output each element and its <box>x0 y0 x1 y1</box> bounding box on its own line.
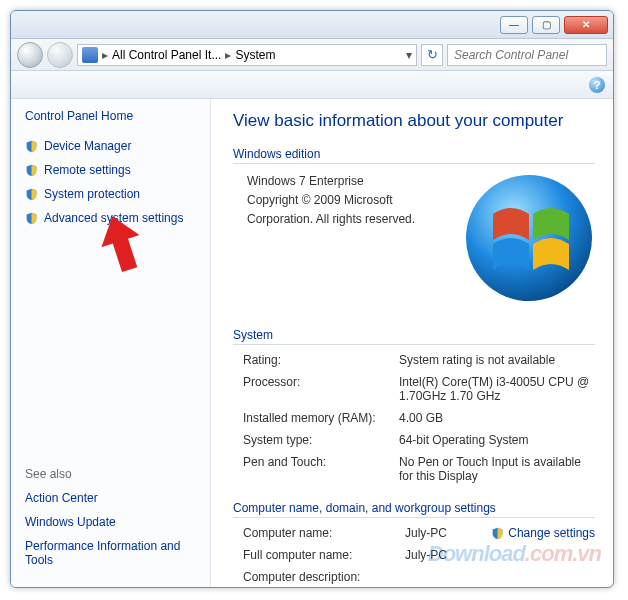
computer-description-value <box>405 570 485 584</box>
ram-value: 4.00 GB <box>399 411 595 425</box>
nav-back-button[interactable] <box>17 42 43 68</box>
change-settings-label: Change settings <box>508 526 595 540</box>
sidebar-item-label: Action Center <box>25 491 98 505</box>
rating-label: Rating: <box>243 353 393 367</box>
shield-icon <box>491 527 504 540</box>
full-computer-name-label: Full computer name: <box>243 548 399 562</box>
sidebar-link-remote-settings[interactable]: Remote settings <box>25 163 196 177</box>
shield-icon <box>25 212 38 225</box>
sidebar-item-label: System protection <box>44 187 140 201</box>
breadcrumb-dropdown-icon[interactable]: ▾ <box>406 48 412 62</box>
sidebar-link-system-protection[interactable]: System protection <box>25 187 196 201</box>
system-type-label: System type: <box>243 433 393 447</box>
sidebar-item-label: Windows Update <box>25 515 116 529</box>
address-bar: ▸ All Control Panel It... ▸ System ▾ ↻ <box>11 39 613 71</box>
toolbar: ? <box>11 71 613 99</box>
computer-name-label: Computer name: <box>243 526 399 540</box>
computer-name-value: July-PC <box>405 526 485 540</box>
windows-logo-icon <box>463 172 595 304</box>
control-panel-icon <box>82 47 98 63</box>
pen-touch-value: No Pen or Touch Input is available for t… <box>399 455 595 483</box>
system-type-value: 64-bit Operating System <box>399 433 595 447</box>
pen-touch-label: Pen and Touch: <box>243 455 393 483</box>
page-title: View basic information about your comput… <box>233 111 595 131</box>
see-also-windows-update[interactable]: Windows Update <box>25 515 196 529</box>
windows-copyright: Copyright © 2009 Microsoft Corporation. … <box>247 191 443 229</box>
sidebar-link-advanced-system-settings[interactable]: Advanced system settings <box>25 211 196 225</box>
body: Control Panel Home Device Manager Remote… <box>11 99 613 587</box>
windows-edition-heading: Windows edition <box>233 147 595 164</box>
processor-value: Intel(R) Core(TM) i3-4005U CPU @ 1.70GHz… <box>399 375 595 403</box>
minimize-button[interactable]: — <box>500 16 528 34</box>
breadcrumb-sep-icon: ▸ <box>102 48 108 62</box>
see-also-performance-info[interactable]: Performance Information and Tools <box>25 539 196 567</box>
see-also-action-center[interactable]: Action Center <box>25 491 196 505</box>
sidebar-item-label: Device Manager <box>44 139 131 153</box>
system-heading: System <box>233 328 595 345</box>
system-window: — ▢ ✕ ▸ All Control Panel It... ▸ System… <box>10 10 614 588</box>
breadcrumb[interactable]: ▸ All Control Panel It... ▸ System ▾ <box>77 44 417 66</box>
maximize-button[interactable]: ▢ <box>532 16 560 34</box>
sidebar: Control Panel Home Device Manager Remote… <box>11 99 211 587</box>
computer-settings-block: Computer name: July-PC Change settings F… <box>233 526 595 587</box>
sidebar-item-label: Remote settings <box>44 163 131 177</box>
control-panel-home-link[interactable]: Control Panel Home <box>25 109 196 123</box>
ram-label: Installed memory (RAM): <box>243 411 393 425</box>
nav-forward-button[interactable] <box>47 42 73 68</box>
windows-edition-text: Windows 7 Enterprise Copyright © 2009 Mi… <box>233 172 443 304</box>
refresh-button[interactable]: ↻ <box>421 44 443 66</box>
help-icon[interactable]: ? <box>589 77 605 93</box>
computer-description-label: Computer description: <box>243 570 399 584</box>
search-input[interactable] <box>447 44 607 66</box>
titlebar: — ▢ ✕ <box>11 11 613 39</box>
processor-label: Processor: <box>243 375 393 403</box>
breadcrumb-level2[interactable]: System <box>235 48 275 62</box>
system-properties: Rating: System rating is not available P… <box>233 353 595 483</box>
see-also-heading: See also <box>25 467 196 481</box>
sidebar-item-label: Advanced system settings <box>44 211 183 225</box>
shield-icon <box>25 164 38 177</box>
shield-icon <box>25 140 38 153</box>
windows-edition-block: Windows 7 Enterprise Copyright © 2009 Mi… <box>233 172 595 304</box>
rating-link[interactable]: System rating is not available <box>399 353 595 367</box>
breadcrumb-sep-icon: ▸ <box>225 48 231 62</box>
content-pane: View basic information about your comput… <box>211 99 613 587</box>
shield-icon <box>25 188 38 201</box>
close-button[interactable]: ✕ <box>564 16 608 34</box>
computer-name-heading: Computer name, domain, and workgroup set… <box>233 501 595 518</box>
sidebar-link-device-manager[interactable]: Device Manager <box>25 139 196 153</box>
breadcrumb-level1[interactable]: All Control Panel It... <box>112 48 221 62</box>
sidebar-item-label: Performance Information and Tools <box>25 539 196 567</box>
change-settings-link[interactable]: Change settings <box>491 526 595 540</box>
windows-edition-name: Windows 7 Enterprise <box>247 172 443 191</box>
full-computer-name-value: July-PC <box>405 548 485 562</box>
